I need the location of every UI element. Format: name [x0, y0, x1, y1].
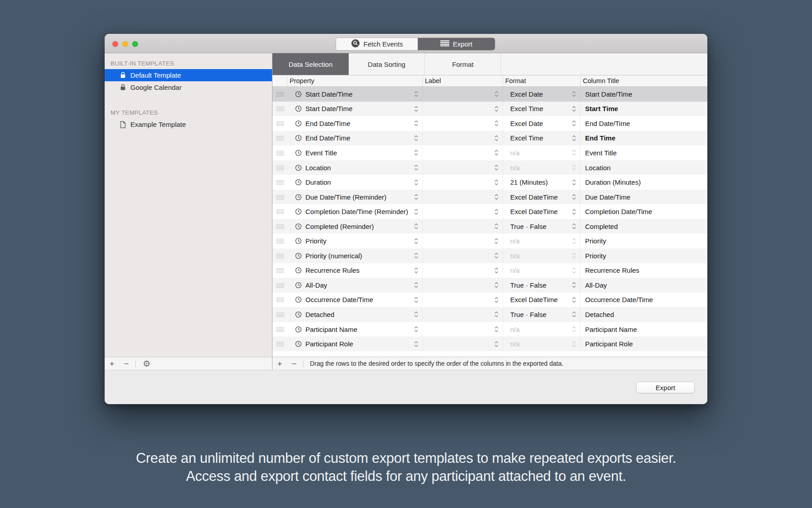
format-dropdown[interactable]: True · False — [503, 278, 581, 293]
format-dropdown[interactable]: 21 (Minutes) — [503, 175, 581, 190]
format-dropdown[interactable]: Excel Time — [503, 131, 581, 146]
drag-handle[interactable] — [272, 293, 287, 308]
format-dropdown[interactable]: True · False — [503, 307, 581, 322]
sidebar-item-default-template[interactable]: Default Template — [105, 69, 272, 81]
stepper-icon[interactable] — [572, 91, 576, 97]
drag-handle[interactable] — [272, 87, 287, 102]
table-row[interactable]: All-Day True · False All-Day — [272, 278, 707, 293]
property-dropdown[interactable]: Start Date/Time — [287, 87, 423, 102]
label-dropdown[interactable] — [423, 175, 503, 190]
drag-handle[interactable] — [272, 322, 287, 337]
remove-template-button[interactable]: − — [119, 359, 134, 368]
stepper-icon[interactable] — [414, 341, 418, 347]
property-dropdown[interactable]: Event Title — [287, 145, 423, 160]
property-dropdown[interactable]: Due Date/Time (Reminder) — [287, 190, 423, 205]
drag-handle[interactable] — [272, 160, 287, 175]
export-button[interactable]: Export — [636, 382, 695, 393]
stepper-icon[interactable] — [572, 282, 576, 288]
stepper-icon[interactable] — [494, 311, 498, 317]
property-dropdown[interactable]: Completed (Reminder) — [287, 219, 423, 234]
stepper-icon[interactable] — [494, 135, 498, 141]
stepper-icon[interactable] — [414, 297, 418, 303]
format-dropdown[interactable]: n/a — [503, 263, 581, 278]
column-title-cell[interactable]: Completed — [581, 219, 707, 234]
minimize-button[interactable] — [122, 41, 128, 47]
drag-handle[interactable] — [272, 307, 287, 322]
stepper-icon[interactable] — [414, 267, 418, 274]
drag-handle[interactable] — [272, 233, 287, 248]
table-row[interactable]: Occurrence Date/Time Excel DateTime Occu… — [272, 293, 707, 308]
drag-handle[interactable] — [272, 336, 287, 351]
format-dropdown[interactable]: n/a — [503, 336, 581, 351]
property-dropdown[interactable]: Participant Role — [287, 336, 423, 351]
property-dropdown[interactable]: Priority (numerical) — [287, 248, 423, 263]
column-title-cell[interactable]: Priority — [581, 233, 707, 248]
column-title-cell[interactable]: Due Date/Time — [581, 190, 707, 205]
label-dropdown[interactable] — [423, 293, 503, 308]
column-title-cell[interactable]: Detached — [581, 307, 707, 322]
property-dropdown[interactable]: Recurrence Rules — [287, 263, 423, 278]
add-row-button[interactable]: + — [272, 359, 287, 368]
table-row[interactable]: Completion Date/Time (Reminder) Excel Da… — [272, 204, 707, 219]
close-button[interactable] — [112, 41, 118, 47]
column-title-cell[interactable]: Duration (Minutes) — [581, 175, 707, 190]
table-row[interactable]: Detached True · False Detached — [272, 307, 707, 322]
format-dropdown[interactable]: Excel Date — [503, 116, 581, 131]
stepper-icon[interactable] — [572, 164, 576, 171]
property-dropdown[interactable]: End Date/Time — [287, 116, 423, 131]
drag-handle[interactable] — [272, 219, 287, 234]
stepper-icon[interactable] — [494, 164, 498, 171]
stepper-icon[interactable] — [494, 223, 498, 229]
drag-handle[interactable] — [272, 190, 287, 205]
table-row[interactable]: Event Title n/a Event Title — [272, 145, 707, 160]
table-row[interactable]: Participant Name n/a Participant Name — [272, 322, 707, 337]
format-dropdown[interactable]: Excel DateTime — [503, 293, 581, 308]
table-row-partial[interactable] — [272, 351, 707, 357]
label-dropdown[interactable] — [423, 131, 503, 146]
label-dropdown[interactable] — [423, 322, 503, 337]
format-dropdown[interactable]: True · False — [503, 219, 581, 234]
stepper-icon[interactable] — [414, 164, 418, 171]
table-row[interactable]: Location n/a Location — [272, 160, 707, 175]
stepper-icon[interactable] — [572, 194, 576, 200]
label-dropdown[interactable] — [423, 87, 503, 102]
stepper-icon[interactable] — [494, 238, 498, 244]
stepper-icon[interactable] — [494, 341, 498, 347]
stepper-icon[interactable] — [494, 91, 498, 97]
stepper-icon[interactable] — [572, 267, 576, 274]
stepper-icon[interactable] — [414, 311, 418, 317]
format-dropdown[interactable]: n/a — [503, 145, 581, 160]
format-dropdown[interactable]: n/a — [503, 160, 581, 175]
stepper-icon[interactable] — [494, 252, 498, 259]
label-dropdown[interactable] — [423, 233, 503, 248]
stepper-icon[interactable] — [414, 252, 418, 259]
stepper-icon[interactable] — [572, 149, 576, 156]
label-dropdown[interactable] — [423, 190, 503, 205]
remove-row-button[interactable]: − — [287, 359, 301, 368]
column-title-cell[interactable]: Start Date/Time — [581, 87, 707, 102]
column-title-cell[interactable]: Occurrence Date/Time — [581, 293, 707, 308]
stepper-icon[interactable] — [494, 106, 498, 112]
column-title-cell[interactable]: End Date/Time — [581, 116, 707, 131]
label-dropdown[interactable] — [423, 219, 503, 234]
stepper-icon[interactable] — [494, 297, 498, 303]
stepper-icon[interactable] — [494, 120, 498, 126]
column-title-cell[interactable]: All-Day — [581, 278, 707, 293]
property-dropdown[interactable]: Duration — [287, 175, 423, 190]
table-row[interactable]: End Date/Time Excel Time End Time — [272, 131, 707, 146]
stepper-icon[interactable] — [414, 135, 418, 141]
stepper-icon[interactable] — [572, 341, 576, 347]
stepper-icon[interactable] — [572, 106, 576, 112]
stepper-icon[interactable] — [414, 209, 418, 215]
sidebar-item-google-calendar[interactable]: Google Calendar — [105, 81, 272, 93]
label-dropdown[interactable] — [423, 278, 503, 293]
property-dropdown[interactable]: End Date/Time — [287, 131, 423, 146]
table-row[interactable]: Start Date/Time Excel Time Start Time — [272, 102, 707, 117]
drag-handle[interactable] — [272, 204, 287, 219]
stepper-icon[interactable] — [414, 238, 418, 244]
format-dropdown[interactable]: Excel Date — [503, 87, 581, 102]
format-dropdown[interactable]: Excel Time — [503, 102, 581, 117]
drag-handle[interactable] — [272, 102, 287, 117]
stepper-icon[interactable] — [572, 311, 576, 317]
label-dropdown[interactable] — [423, 336, 503, 351]
